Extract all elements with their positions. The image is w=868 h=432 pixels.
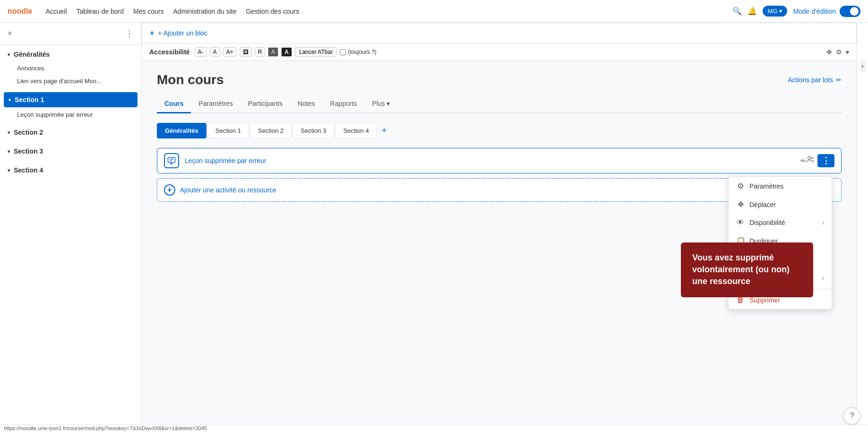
section-tab-2[interactable]: Section 2 — [250, 123, 292, 138]
tab-parametres[interactable]: Paramètres — [191, 95, 240, 113]
help-button[interactable]: ? — [843, 407, 860, 424]
section-tab-4[interactable]: Section 4 — [335, 123, 377, 138]
font-reset-button[interactable]: A — [210, 47, 220, 57]
notification-tooltip: Vous avez supprimé volontairement (ou no… — [681, 242, 813, 297]
notification-text: Vous avez supprimé volontairement (ou no… — [692, 253, 790, 286]
search-icon[interactable]: 🔍 — [732, 7, 742, 16]
nav-link-tableau[interactable]: Tableau de bord — [77, 8, 124, 15]
top-navigation: noodle Accueil Tableau de bord Mes cours… — [0, 0, 868, 23]
actions-lots-button[interactable]: Actions par lots ✏ — [788, 76, 842, 84]
plus-icon: + — [150, 29, 154, 37]
sidebar: × ⋮ ▾ Généralités Annonces Lien vers pag… — [0, 23, 142, 432]
tab-participants[interactable]: Participants — [241, 95, 290, 113]
font-decrease-button[interactable]: A- — [195, 47, 207, 57]
status-url: https://moodle.univ-lyon1.fr/course/mod.… — [4, 425, 207, 431]
add-block-bar[interactable]: + + Ajouter un bloc — [142, 23, 857, 43]
sidebar-section-header-2[interactable]: ▾ Section 2 — [0, 125, 141, 140]
sidebar-item-lien[interactable]: Lien vers page d'accueil Moo... — [0, 75, 141, 87]
tab-rapports[interactable]: Rapports — [323, 95, 365, 113]
activity-edit-button[interactable]: ✏ — [800, 157, 806, 164]
tab-cours[interactable]: Cours — [157, 95, 191, 113]
dropdown-item-deplacer[interactable]: ✥ Déplacer — [729, 195, 832, 214]
toujours-checkbox-container: (toujours ?) — [340, 49, 377, 55]
chevron-down-acc-icon[interactable]: ▾ — [846, 48, 849, 56]
sidebar-section-generalites: ▾ Généralités Annonces Lien vers page d'… — [0, 45, 141, 89]
accessibility-bar: Accessibilité A- A A+ 🖼 R A A Lancer ATb… — [142, 43, 857, 61]
course-area: Mon cours Actions par lots ✏ Cours Param… — [142, 61, 857, 218]
accessibility-icons: ✥ ⚙ ▾ — [826, 48, 849, 56]
activity-more-button[interactable]: ⋮ — [817, 154, 834, 167]
add-activity-icon: + — [164, 184, 175, 196]
toujours-label: (toujours ?) — [348, 49, 377, 55]
chevron-right-icon-2: ▾ — [8, 130, 10, 135]
sidebar-section-2: ▾ Section 2 — [0, 123, 141, 142]
course-title: Mon cours — [157, 72, 224, 87]
dark-mode-button[interactable]: A — [281, 47, 292, 57]
gear-dropdown-icon: ⚙ — [736, 181, 745, 190]
sidebar-section-label-4: Section 4 — [14, 166, 43, 174]
sidebar-section-4: ▾ Section 4 — [0, 161, 141, 180]
nav-link-cours[interactable]: Mes cours — [133, 8, 164, 15]
svg-point-1 — [808, 156, 811, 159]
actions-lots-label: Actions par lots — [788, 76, 833, 84]
toujours-checkbox[interactable] — [340, 49, 346, 55]
main-layout: × ⋮ ▾ Généralités Annonces Lien vers pag… — [0, 23, 868, 432]
dropdown-label-parametres: Paramètres — [749, 182, 783, 190]
move-dropdown-icon: ✥ — [736, 200, 745, 209]
mode-edition-toggle[interactable]: Mode d'édition — [793, 6, 860, 17]
sidebar-item-annonces[interactable]: Annonces — [0, 62, 141, 75]
dropdown-label-supprimer: Supprimer — [749, 296, 780, 304]
tab-plus[interactable]: Plus ▾ — [364, 95, 397, 113]
nav-link-accueil[interactable]: Accueil — [45, 8, 67, 15]
sidebar-section-header-1[interactable]: ▾ Section 1 — [4, 92, 138, 107]
nav-link-admin[interactable]: Administration du site — [173, 8, 237, 15]
trash-dropdown-icon: 🗑 — [736, 296, 745, 304]
eye-dropdown-icon: 👁 — [736, 218, 745, 227]
image-toggle-button[interactable]: 🖼 — [240, 47, 252, 57]
highlight-button[interactable]: A — [268, 47, 278, 57]
course-tabs: Cours Paramètres Participants Notes Rapp… — [157, 95, 842, 113]
status-bar: https://moodle.univ-lyon1.fr/course/mod.… — [0, 424, 868, 432]
svg-point-2 — [811, 157, 813, 159]
sidebar-section-label-generalites: Généralités — [14, 51, 50, 58]
sidebar-section-label-2: Section 2 — [14, 129, 43, 136]
add-block-label: + Ajouter un bloc — [158, 29, 207, 37]
chevron-right-mode-groupe-icon: › — [822, 274, 824, 282]
section-body: ⋮ Leçon supprimée par erreur ✏ — [157, 148, 842, 202]
sidebar-item-lecon[interactable]: Leçon supprimée par erreur — [0, 108, 141, 121]
sidebar-section-header-3[interactable]: ▾ Section 3 — [0, 144, 141, 159]
sidebar-close-button[interactable]: × — [8, 29, 12, 38]
right-collapse-button[interactable]: ‹ — [860, 60, 865, 72]
section-tab-3[interactable]: Section 3 — [292, 123, 334, 138]
gear-icon[interactable]: ⚙ — [836, 48, 842, 56]
right-panel-collapse[interactable]: ‹ — [857, 23, 868, 432]
section-tab-generalites[interactable]: Généralités — [157, 123, 206, 138]
dropdown-item-disponibilite[interactable]: 👁 Disponibilité › — [729, 214, 832, 232]
nav-icons: 🔍 🔔 MG ▾ Mode d'édition — [732, 6, 860, 17]
tab-notes[interactable]: Notes — [290, 95, 323, 113]
logo: noodle — [8, 7, 32, 16]
sidebar-section-label-1: Section 1 — [15, 96, 44, 104]
notifications-icon[interactable]: 🔔 — [748, 7, 757, 16]
nav-link-gestion[interactable]: Gestion des cours — [246, 8, 299, 15]
reset-button[interactable]: R — [255, 47, 266, 57]
edition-toggle-switch[interactable] — [840, 6, 860, 17]
sidebar-section-header-4[interactable]: ▾ Section 4 — [0, 163, 141, 178]
user-chevron-icon: ▾ — [779, 8, 782, 15]
dropdown-item-parametres[interactable]: ⚙ Paramètres — [729, 177, 832, 195]
user-menu[interactable]: MG ▾ — [763, 6, 787, 17]
move-icon[interactable]: ✥ — [826, 48, 832, 56]
section-tab-1[interactable]: Section 1 — [207, 123, 249, 138]
sidebar-menu-button[interactable]: ⋮ — [125, 28, 134, 39]
sidebar-header: × ⋮ — [0, 23, 141, 45]
activity-row: Leçon supprimée par erreur ✏ ⋮ — [157, 148, 842, 173]
lancer-atbar-button[interactable]: Lancer ATbar — [295, 47, 337, 57]
add-section-tab-button[interactable]: + — [378, 124, 391, 138]
activity-name[interactable]: Leçon supprimée par erreur — [185, 157, 797, 164]
sidebar-section-header-generalites[interactable]: ▾ Généralités — [0, 47, 141, 62]
activity-group-button[interactable] — [806, 156, 815, 166]
font-increase-button[interactable]: A+ — [223, 47, 237, 57]
dropdown-label-disponibilite: Disponibilité — [749, 219, 785, 226]
edit-icon: ✏ — [836, 76, 842, 84]
chevron-down-icon-1: ▾ — [9, 97, 11, 103]
